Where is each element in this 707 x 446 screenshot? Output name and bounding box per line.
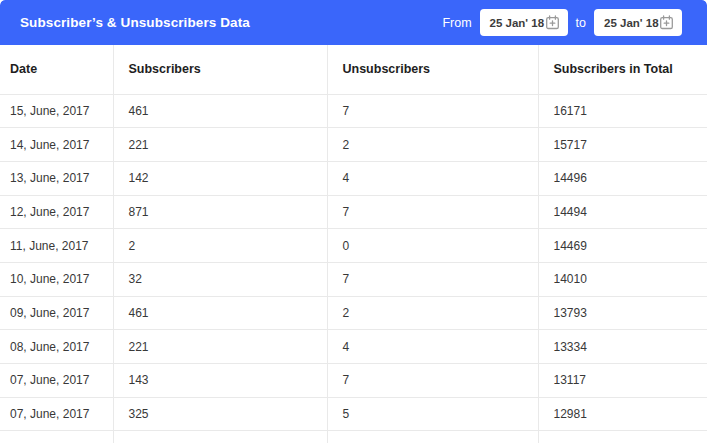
table-row: 13, June, 2017142414496 xyxy=(0,161,707,195)
cell-subscribers: 221 xyxy=(113,128,327,162)
cell-subscribers-total: 13793 xyxy=(538,296,707,330)
cell-empty xyxy=(0,431,113,443)
cell-empty xyxy=(113,431,327,443)
cell-subscribers: 142 xyxy=(113,161,327,195)
table-row: 14, June, 2017221215717 xyxy=(0,128,707,162)
cell-subscribers: 325 xyxy=(113,397,327,431)
table-row: 07, June, 2017143713117 xyxy=(0,364,707,398)
cell-date: 08, June, 2017 xyxy=(0,330,113,364)
cell-subscribers-total: 14494 xyxy=(538,195,707,229)
subscribers-table: Date Subscribers Unsubscribers Subscribe… xyxy=(0,45,707,443)
to-date-input[interactable]: 25 Jan' 18 xyxy=(594,9,682,36)
to-label: to xyxy=(576,16,586,30)
column-header-subscribers: Subscribers xyxy=(113,45,327,94)
cell-subscribers-total: 14496 xyxy=(538,161,707,195)
cell-subscribers: 143 xyxy=(113,364,327,398)
table-row: 07, June, 2017325512981 xyxy=(0,397,707,431)
cell-subscribers-total: 14469 xyxy=(538,229,707,263)
table-row: 12, June, 2017871714494 xyxy=(0,195,707,229)
header-bar: Subscriber’s & Unsubscribers Data From 2… xyxy=(0,0,707,45)
cell-subscribers-total: 16171 xyxy=(538,94,707,128)
table-row: 09, June, 2017461213793 xyxy=(0,296,707,330)
calendar-plus-icon[interactable] xyxy=(659,15,674,30)
cell-date: 11, June, 2017 xyxy=(0,229,113,263)
from-label: From xyxy=(442,16,471,30)
cell-subscribers-total: 13334 xyxy=(538,330,707,364)
table-row: 08, June, 2017221413334 xyxy=(0,330,707,364)
table-header-row: Date Subscribers Unsubscribers Subscribe… xyxy=(0,45,707,94)
cell-unsubscribers: 7 xyxy=(327,94,538,128)
cell-unsubscribers: 2 xyxy=(327,128,538,162)
column-header-unsubscribers: Unsubscribers xyxy=(327,45,538,94)
cell-subscribers: 221 xyxy=(113,330,327,364)
date-range-picker: From 25 Jan' 18 to 25 Jan' 18 xyxy=(442,9,682,36)
cell-subscribers-total: 14010 xyxy=(538,262,707,296)
cell-subscribers: 32 xyxy=(113,262,327,296)
table-row: 10, June, 201732714010 xyxy=(0,262,707,296)
column-header-date: Date xyxy=(0,45,113,94)
table-row: 11, June, 20172014469 xyxy=(0,229,707,263)
page-title: Subscriber’s & Unsubscribers Data xyxy=(20,15,250,30)
cell-subscribers-total: 15717 xyxy=(538,128,707,162)
cell-unsubscribers: 4 xyxy=(327,161,538,195)
calendar-plus-icon[interactable] xyxy=(545,15,560,30)
table-row-partial xyxy=(0,431,707,443)
cell-date: 09, June, 2017 xyxy=(0,296,113,330)
cell-date: 12, June, 2017 xyxy=(0,195,113,229)
cell-unsubscribers: 7 xyxy=(327,195,538,229)
from-date-value: 25 Jan' 18 xyxy=(490,17,545,29)
cell-subscribers: 461 xyxy=(113,94,327,128)
cell-date: 15, June, 2017 xyxy=(0,94,113,128)
table-body: 15, June, 201746171617114, June, 2017221… xyxy=(0,94,707,443)
from-date-input[interactable]: 25 Jan' 18 xyxy=(480,9,568,36)
cell-unsubscribers: 2 xyxy=(327,296,538,330)
cell-date: 14, June, 2017 xyxy=(0,128,113,162)
to-date-value: 25 Jan' 18 xyxy=(604,17,659,29)
subscribers-data-card: Subscriber’s & Unsubscribers Data From 2… xyxy=(0,0,707,446)
cell-date: 10, June, 2017 xyxy=(0,262,113,296)
column-header-subscribers-total: Subscribers in Total xyxy=(538,45,707,94)
cell-unsubscribers: 7 xyxy=(327,262,538,296)
cell-subscribers-total: 13117 xyxy=(538,364,707,398)
cell-date: 13, June, 2017 xyxy=(0,161,113,195)
cell-date: 07, June, 2017 xyxy=(0,397,113,431)
table-row: 15, June, 2017461716171 xyxy=(0,94,707,128)
cell-unsubscribers: 5 xyxy=(327,397,538,431)
cell-date: 07, June, 2017 xyxy=(0,364,113,398)
cell-subscribers: 871 xyxy=(113,195,327,229)
cell-empty xyxy=(538,431,707,443)
cell-subscribers: 461 xyxy=(113,296,327,330)
cell-unsubscribers: 0 xyxy=(327,229,538,263)
cell-unsubscribers: 7 xyxy=(327,364,538,398)
cell-unsubscribers: 4 xyxy=(327,330,538,364)
cell-empty xyxy=(327,431,538,443)
cell-subscribers-total: 12981 xyxy=(538,397,707,431)
cell-subscribers: 2 xyxy=(113,229,327,263)
